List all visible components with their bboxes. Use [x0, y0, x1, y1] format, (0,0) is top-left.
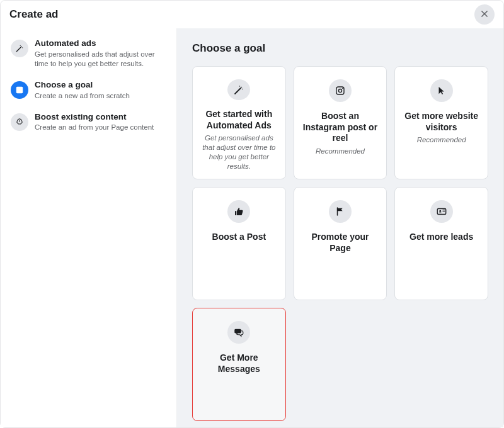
sidebar-item-subtitle: Create a new ad from scratch [35, 91, 130, 101]
goal-boost-post[interactable]: Boost a Post [192, 187, 286, 300]
like-icon [227, 200, 250, 223]
svg-point-6 [243, 88, 244, 89]
modal-body: Automated ads Get personalised ads that … [1, 28, 503, 427]
sidebar-item-choose-goal[interactable]: Choose a goal Create a new ad from scrat… [8, 76, 169, 108]
goal-title: Boost a Post [212, 232, 266, 243]
goal-title: Get more website visitors [403, 111, 480, 133]
sidebar: Automated ads Get personalised ads that … [1, 28, 177, 427]
sidebar-item-title: Automated ads [35, 38, 166, 49]
flag-icon [329, 200, 352, 223]
edit-icon [11, 81, 28, 99]
sidebar-item-subtitle: Create an ad from your Page content [35, 123, 154, 132]
instagram-icon [329, 79, 352, 102]
id-card-icon [430, 200, 453, 223]
sidebar-item-subtitle: Get personalised ads that adjust over ti… [35, 50, 166, 69]
goal-promote-page[interactable]: Promote your Page [294, 187, 387, 300]
svg-point-13 [439, 210, 441, 212]
goal-title: Boost an Instagram post or reel [302, 111, 379, 144]
goal-get-leads[interactable]: Get more leads [394, 187, 488, 300]
sidebar-item-boost-existing[interactable]: Boost existing content Create an ad from… [8, 108, 169, 140]
goal-automated-ads[interactable]: Get started with Automated Ads Get perso… [192, 66, 286, 179]
goal-get-messages[interactable]: Get More Messages [192, 308, 286, 421]
modal-title: Create ad [9, 8, 58, 21]
svg-point-5 [241, 86, 243, 87]
goal-subtitle: Recommended [417, 135, 466, 145]
goal-website-visitors[interactable]: Get more website visitors Recommended [394, 66, 488, 179]
goal-instagram-boost[interactable]: Boost an Instagram post or reel Recommen… [294, 66, 387, 179]
close-icon [480, 9, 489, 20]
main-panel: Choose a goal Get started with Automated… [177, 28, 503, 427]
rocket-icon [11, 113, 28, 131]
sidebar-item-automated-ads[interactable]: Automated ads Get personalised ads that … [8, 35, 169, 76]
svg-point-9 [338, 89, 341, 92]
goal-subtitle: Recommended [316, 147, 365, 156]
svg-point-0 [21, 46, 22, 47]
goal-title: Get started with Automated Ads [200, 109, 278, 131]
svg-point-1 [22, 47, 23, 48]
goal-grid: Get started with Automated Ads Get perso… [192, 66, 488, 421]
cursor-icon [430, 79, 453, 102]
goal-title: Get more leads [410, 232, 473, 243]
goal-subtitle: Get personalised ads that adjust over ti… [200, 133, 278, 171]
messages-icon [227, 321, 250, 344]
svg-marker-11 [438, 87, 444, 94]
main-heading: Choose a goal [192, 42, 488, 55]
svg-point-10 [342, 88, 343, 89]
wand-icon [11, 40, 28, 57]
sidebar-item-title: Boost existing content [35, 112, 154, 123]
sidebar-item-title: Choose a goal [35, 80, 130, 91]
svg-point-2 [20, 45, 21, 46]
svg-point-4 [19, 120, 20, 121]
wand-icon [227, 79, 250, 100]
close-button[interactable] [474, 4, 495, 25]
create-ad-modal: Create ad Automated ads Get personalised… [0, 0, 504, 428]
goal-title: Get More Messages [200, 352, 278, 374]
svg-point-7 [239, 86, 241, 87]
modal-header: Create ad [1, 1, 503, 28]
goal-title: Promote your Page [302, 232, 379, 254]
